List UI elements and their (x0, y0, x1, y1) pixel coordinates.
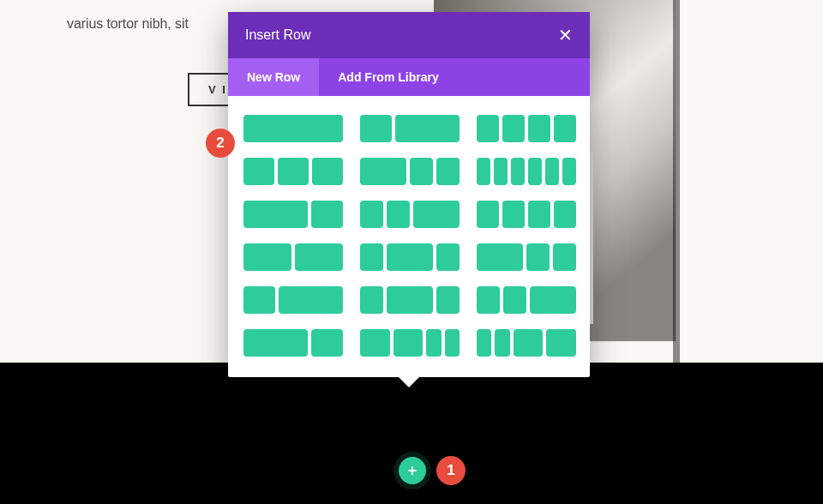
layout-column (278, 158, 309, 185)
layout-column (360, 286, 383, 314)
row-layout-option[interactable] (477, 115, 576, 142)
close-icon[interactable]: ✕ (558, 25, 573, 45)
hero-right-shadow (673, 0, 680, 365)
row-layout-option[interactable] (477, 158, 576, 185)
layout-column (528, 201, 550, 228)
layout-column (495, 329, 509, 357)
layout-column (387, 201, 410, 228)
layout-column (514, 329, 544, 357)
layout-column (554, 201, 576, 228)
layout-column (526, 243, 550, 271)
layout-column (413, 201, 460, 228)
layout-column (410, 158, 433, 185)
layout-column (243, 286, 275, 314)
layout-column (311, 329, 343, 357)
modal-title: Insert Row (245, 27, 310, 43)
row-layout-option[interactable] (243, 286, 343, 314)
layout-column (502, 201, 525, 228)
layout-column (530, 286, 576, 314)
row-layout-option[interactable] (477, 286, 576, 314)
layout-column (279, 286, 343, 314)
row-layout-option[interactable] (477, 243, 576, 271)
layout-column (494, 158, 508, 185)
modal-caret-icon (399, 377, 419, 387)
row-layout-option[interactable] (360, 201, 460, 228)
layout-column (311, 201, 343, 228)
layout-column (477, 158, 490, 185)
row-layout-option[interactable] (360, 115, 460, 142)
plus-icon: + (408, 462, 418, 480)
layout-column (477, 115, 499, 142)
row-layouts-grid (228, 96, 590, 377)
modal-header: Insert Row ✕ (228, 12, 590, 58)
layout-column (562, 158, 576, 185)
layout-column (243, 115, 343, 142)
layout-column (477, 243, 523, 271)
layout-column (243, 201, 308, 228)
row-layout-option[interactable] (477, 329, 576, 357)
layout-column (545, 158, 559, 185)
layout-column (360, 158, 406, 185)
row-layout-option[interactable] (243, 158, 343, 185)
layout-column (426, 329, 441, 357)
row-layout-option[interactable] (243, 201, 343, 228)
layout-column (387, 243, 433, 271)
layout-column (511, 158, 525, 185)
tab-add-from-library[interactable]: Add From Library (319, 58, 457, 96)
layout-column (395, 115, 460, 142)
layout-column (445, 329, 460, 357)
annotation-step-2: 2 (206, 129, 235, 158)
insert-row-modal: Insert Row ✕ New Row Add From Library (228, 12, 590, 377)
layout-column (360, 115, 392, 142)
layout-column (436, 286, 460, 314)
body-text-fragment: varius tortor nibh, sit (67, 16, 189, 32)
layout-column (528, 115, 550, 142)
layout-column (295, 243, 343, 271)
row-layout-option[interactable] (360, 158, 460, 185)
layout-column (243, 329, 308, 357)
row-layout-option[interactable] (243, 329, 343, 357)
layout-column (243, 158, 274, 185)
layout-column (360, 243, 383, 271)
layout-column (553, 243, 576, 271)
row-layout-option[interactable] (243, 243, 343, 271)
modal-tabs: New Row Add From Library (228, 58, 590, 96)
layout-column (477, 201, 499, 228)
layout-column (528, 158, 542, 185)
layout-column (312, 158, 343, 185)
row-layout-option[interactable] (360, 243, 460, 271)
layout-column (546, 329, 576, 357)
layout-column (360, 201, 383, 228)
row-layout-option[interactable] (243, 115, 343, 142)
row-layout-option[interactable] (477, 201, 576, 228)
add-section-button[interactable]: + (399, 457, 426, 484)
layout-column (502, 115, 525, 142)
layout-column (387, 286, 433, 314)
row-layout-option[interactable] (360, 286, 460, 314)
layout-column (554, 115, 576, 142)
layout-column (360, 329, 390, 357)
row-layout-option[interactable] (360, 329, 460, 357)
annotation-step-1: 1 (436, 456, 466, 485)
layout-column (393, 329, 424, 357)
layout-column (436, 158, 460, 185)
layout-column (243, 243, 291, 271)
layout-column (477, 286, 500, 314)
layout-column (503, 286, 526, 314)
layout-column (477, 329, 491, 357)
layout-column (436, 243, 460, 271)
tab-new-row[interactable]: New Row (228, 58, 319, 96)
